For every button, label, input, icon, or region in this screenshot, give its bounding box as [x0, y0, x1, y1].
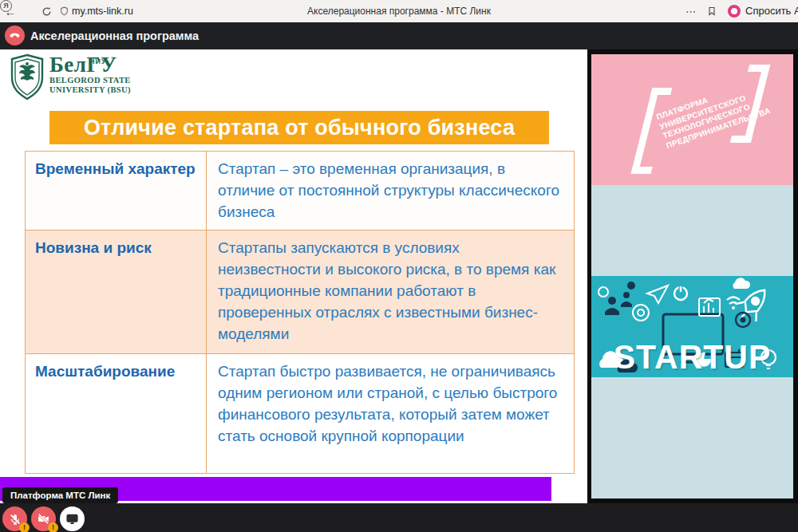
refresh-icon[interactable] — [39, 0, 53, 22]
mic-warning-badge: ! — [19, 522, 30, 532]
phone-handset-icon — [8, 29, 22, 42]
ask-alice-label[interactable]: Спросить Ал — [745, 0, 798, 22]
presentation-slide: БелГУ НИУ BELGOROD STATE UNIVERSITY (BSU… — [0, 49, 587, 503]
logo-wordmark: БелГУ НИУ — [49, 53, 131, 76]
meeting-title: Акселерационная программа — [30, 22, 199, 49]
browser-toolbar: ← Я my.mts-link.ru Акселерационная прогр… — [0, 0, 798, 22]
browser-tab-title: Акселерационная программа - МТС Линк — [239, 0, 559, 22]
screenshare-monitor-icon — [65, 512, 79, 526]
app-window: ← Я my.mts-link.ru Акселерационная прогр… — [0, 0, 798, 532]
meeting-header: Акселерационная программа — [0, 22, 798, 49]
camera-off-button[interactable]: ! — [31, 506, 56, 531]
call-controls-bar: ! ! — [0, 503, 798, 532]
table-description-cell: Стартап быстро развивается, не ограничив… — [207, 354, 574, 473]
platform-pink-card: ПЛАТФОРМА УНИВЕРСИТЕТСКОГО ТЕХНОЛОГИЧЕСК… — [591, 54, 793, 185]
platform-tooltip: Платформа МТС Линк — [2, 487, 118, 503]
table-row: Временный характер Стартап – это временн… — [26, 152, 574, 231]
comparison-table: Временный характер Стартап – это временн… — [25, 151, 575, 474]
belgu-shield-icon — [10, 53, 45, 101]
site-security-shield-icon[interactable] — [57, 0, 70, 22]
table-term-cell: Временный характер — [26, 152, 207, 230]
logo-subtitle-line1: BELGOROD STATE — [49, 76, 131, 85]
more-menu-icon[interactable]: ⋯ — [683, 0, 699, 22]
slide-title-banner: Отличие стартапа от обычного бизнеса — [49, 111, 549, 144]
table-description-cell: Стартапы запускаются в условиях неизвест… — [207, 231, 574, 353]
logo-subtitle-line2: UNIVERSITY (BSU) — [49, 85, 131, 95]
end-call-button[interactable] — [5, 26, 25, 45]
table-description-cell: Стартап – это временная организация, в о… — [207, 152, 574, 230]
alice-assistant-icon[interactable] — [728, 5, 741, 18]
sidebar-blue-panel: STARTUP — [591, 185, 793, 499]
table-term-cell: Масштабирование — [26, 354, 207, 473]
mic-off-icon — [9, 513, 22, 526]
belgu-university-logo: БелГУ НИУ BELGOROD STATE UNIVERSITY (BSU… — [10, 53, 131, 101]
platform-label: ПЛАТФОРМА УНИВЕРСИТЕТСКОГО ТЕХНОЛОГИЧЕСК… — [655, 74, 781, 151]
startup-label: STARTUP — [591, 337, 793, 376]
slide-sidebar: ПЛАТФОРМА УНИВЕРСИТЕТСКОГО ТЕХНОЛОГИЧЕСК… — [591, 49, 793, 503]
address-bar-url[interactable]: my.mts-link.ru — [72, 0, 133, 22]
bookmark-icon[interactable] — [705, 0, 719, 22]
logo-niu-label: НИУ — [89, 50, 107, 73]
table-term-cell: Новизна и риск — [26, 231, 207, 353]
screenshare-area: БелГУ НИУ BELGOROD STATE UNIVERSITY (BSU… — [0, 49, 798, 503]
microphone-muted-button[interactable]: ! — [2, 506, 27, 531]
table-row: Масштабирование Стартап быстро развивает… — [26, 354, 574, 474]
camera-warning-badge: ! — [48, 522, 58, 532]
screenshare-button[interactable] — [60, 506, 85, 531]
startup-banner: STARTUP — [591, 276, 793, 377]
back-icon[interactable]: ← — [2, 0, 19, 22]
table-row: Новизна и риск Стартапы запускаются в ус… — [26, 231, 574, 354]
